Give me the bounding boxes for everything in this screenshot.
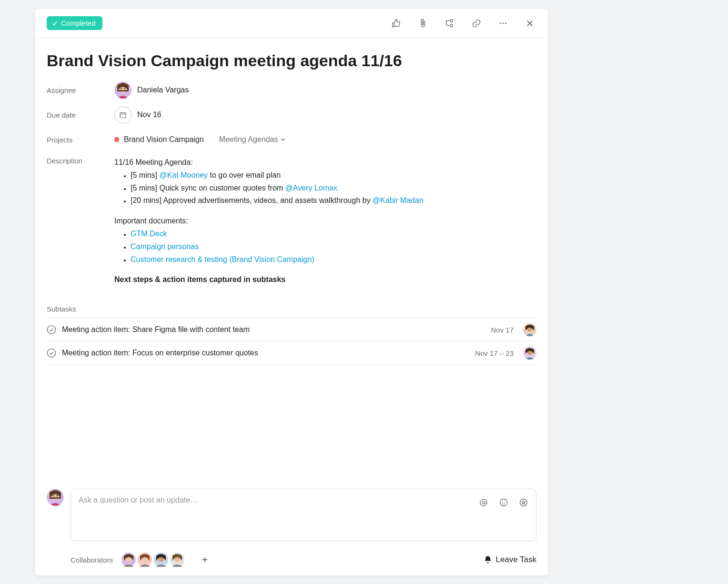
paperclip-icon	[418, 18, 428, 29]
meta-section: Assignee Daniela Vargas Due da	[35, 74, 548, 286]
subtask-complete-button[interactable]	[47, 348, 56, 358]
emoji-button[interactable]	[497, 496, 510, 509]
attachment-button[interactable]	[416, 17, 430, 30]
project-chip[interactable]: Brand Vision Campaign	[114, 135, 204, 144]
svg-rect-19	[50, 497, 61, 499]
doc-link[interactable]: Customer research & testing (Brand Visio…	[131, 255, 314, 263]
check-circle-icon	[47, 348, 56, 358]
subtasks-section: Subtasks Meeting action item: Share Figm…	[35, 305, 548, 365]
description-footer: Next steps & action items captured in su…	[114, 274, 424, 286]
project-section-dropdown[interactable]: Meeting Agendas	[219, 135, 287, 144]
due-date-row: Due date Nov 16	[47, 102, 536, 127]
subtask-row[interactable]: Meeting action item: Share Figma file wi…	[47, 318, 536, 341]
completed-label: Completed	[61, 19, 96, 27]
mention[interactable]: @Avery Lomax	[285, 184, 337, 192]
doc-link[interactable]: Campaign personas	[131, 242, 199, 251]
more-icon	[498, 18, 508, 29]
due-date-value[interactable]: Nov 16	[114, 106, 162, 123]
projects-value: Brand Vision Campaign Meeting Agendas	[114, 135, 286, 144]
doc-item: Campaign personas	[131, 241, 424, 253]
toolbar: Completed	[35, 9, 548, 38]
agenda-item: [5 mins] Quick sync on customer quotes f…	[131, 182, 424, 194]
svg-rect-10	[120, 113, 126, 118]
svg-point-9	[124, 88, 125, 90]
copy-link-button[interactable]	[470, 17, 483, 30]
svg-point-8	[121, 88, 122, 90]
subtask-button[interactable]	[443, 17, 456, 30]
subtask-complete-button[interactable]	[47, 325, 56, 334]
svg-point-3	[503, 22, 504, 24]
svg-point-0	[450, 19, 453, 22]
assignee-value[interactable]: Daniela Vargas	[114, 81, 189, 99]
collaborator-avatar[interactable]	[154, 553, 168, 567]
close-icon	[525, 18, 535, 29]
close-button[interactable]	[523, 17, 536, 30]
svg-point-22	[482, 501, 485, 504]
agenda-item: [20 mins] Approved advertisements, video…	[131, 195, 424, 207]
subtask-title: Meeting action item: Focus on enterprise…	[62, 349, 469, 357]
leave-task-button[interactable]: Leave Task	[483, 555, 536, 564]
projects-row: Projects Brand Vision Campaign Meeting A…	[47, 127, 536, 152]
completed-button[interactable]: Completed	[47, 16, 102, 30]
doc-item: Customer research & testing (Brand Visio…	[131, 254, 424, 266]
docs-list: GTM Deck Campaign personas Customer rese…	[114, 228, 424, 265]
svg-point-23	[500, 499, 507, 506]
svg-point-14	[47, 349, 55, 357]
appreciation-button[interactable]	[517, 496, 530, 509]
plus-icon	[201, 556, 209, 564]
due-date-text: Nov 16	[137, 111, 162, 119]
subtask-assignee-avatar[interactable]	[523, 323, 536, 336]
svg-point-20	[53, 495, 54, 497]
subtask-icon	[445, 18, 455, 29]
collaborators-label: Collaborators	[71, 556, 113, 564]
mention[interactable]: @Kabir Madan	[373, 196, 424, 204]
collaborator-avatar[interactable]	[138, 553, 152, 567]
svg-point-25	[505, 502, 506, 503]
check-circle-icon	[47, 325, 56, 334]
doc-link[interactable]: GTM Deck	[131, 230, 167, 238]
link-icon	[471, 18, 482, 29]
subtask-title: Meeting action item: Share Figma file wi…	[62, 325, 485, 334]
thumbs-up-icon	[391, 18, 402, 29]
task-title[interactable]: Brand Vision Campaign meeting agenda 11/…	[47, 51, 536, 70]
doc-item: GTM Deck	[131, 228, 424, 240]
assignee-row: Assignee Daniela Vargas	[47, 78, 536, 102]
add-collaborator-button[interactable]	[198, 553, 212, 567]
subtask-row[interactable]: Meeting action item: Focus on enterprise…	[47, 341, 536, 365]
subtask-date: Nov 17 – 23	[475, 349, 514, 357]
docs-heading: Important documents:	[114, 215, 424, 227]
description-row: Description 11/16 Meeting Agenda: [5 min…	[47, 152, 536, 286]
composer-area: Ask a question or post an update…	[35, 483, 548, 541]
projects-label: Projects	[47, 136, 114, 144]
task-detail-panel: Completed Brand Vision Campaign m	[35, 9, 548, 575]
assignee-avatar	[114, 81, 131, 99]
collaborator-avatars	[121, 553, 186, 567]
collaborators-row: Collaborators Leave Task	[35, 541, 548, 575]
project-section-label: Meeting Agendas	[219, 135, 278, 144]
mention-button[interactable]	[477, 496, 490, 509]
agenda-list: [5 mins] @Kat Mooney to go over email pl…	[114, 170, 424, 207]
description-content[interactable]: 11/16 Meeting Agenda: [5 mins] @Kat Moon…	[114, 157, 424, 286]
like-button[interactable]	[390, 17, 403, 30]
svg-point-21	[56, 495, 58, 497]
mention[interactable]: @Kat Mooney	[159, 171, 208, 179]
collaborator-avatar[interactable]	[170, 553, 184, 567]
composer-icons	[477, 496, 530, 509]
svg-point-4	[505, 22, 506, 24]
collaborator-avatar[interactable]	[121, 553, 136, 567]
svg-point-24	[502, 502, 503, 503]
smile-icon	[499, 498, 508, 507]
due-date-label: Due date	[47, 111, 114, 119]
agenda-heading: 11/16 Meeting Agenda:	[114, 157, 424, 169]
project-color-dot	[114, 137, 119, 142]
at-icon	[479, 498, 488, 507]
assignee-label: Assignee	[47, 86, 114, 94]
subtask-assignee-avatar[interactable]	[523, 346, 536, 360]
subtasks-header: Subtasks	[47, 305, 536, 313]
star-badge-icon	[519, 498, 528, 507]
more-button[interactable]	[496, 17, 510, 30]
subtask-date: Nov 17	[491, 326, 514, 334]
bell-icon	[483, 555, 493, 564]
comment-composer[interactable]: Ask a question or post an update…	[71, 489, 536, 541]
project-name: Brand Vision Campaign	[124, 135, 204, 144]
